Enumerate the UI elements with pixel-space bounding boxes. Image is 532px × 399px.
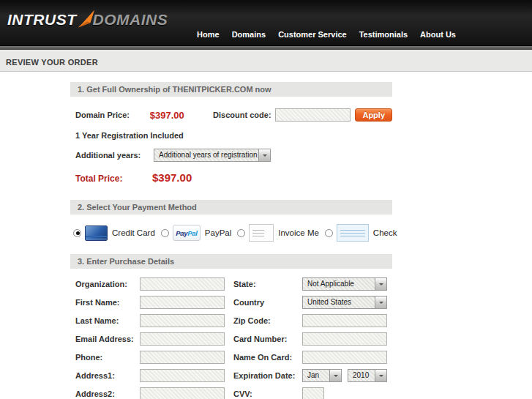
card-number-input[interactable]	[302, 332, 387, 346]
expiration-date-select-month[interactable]: Jan	[302, 369, 342, 382]
paypal-logo-pal: Pal	[187, 229, 197, 237]
nav-item-domains[interactable]: Domains	[232, 30, 266, 39]
field-label: State:	[233, 280, 256, 288]
payment-label-invoice-me: Invoice Me	[278, 228, 319, 237]
total-price-row: Total Price: $397.00	[75, 171, 392, 187]
field-label-last-name: Last Name:	[75, 313, 140, 328]
name-on-card-input[interactable]	[302, 351, 387, 364]
payment-option-check[interactable]: Check	[325, 224, 397, 242]
field-label-zip-code: Zip Code:	[233, 313, 302, 328]
country-select[interactable]: United States	[302, 296, 387, 309]
payment-option-credit-card[interactable]: Credit Card	[73, 225, 155, 241]
field-label-first-name: First Name:	[75, 295, 140, 310]
organization-input[interactable]	[140, 277, 225, 291]
section-payment-header: 2. Select Your Payment Method	[70, 200, 392, 215]
zip-code-input[interactable]	[302, 314, 387, 327]
field-label-country: Country	[233, 295, 302, 310]
paypal-icon: PayPal	[173, 225, 201, 241]
nav-item-about-us[interactable]: About Us	[420, 30, 456, 39]
field-label: Address1:	[75, 371, 115, 380]
field-label: Country	[233, 298, 264, 307]
payment-option-paypal[interactable]: PayPalPayPal	[161, 225, 231, 241]
payment-label-credit-card: Credit Card	[112, 228, 155, 237]
radio-check[interactable]	[325, 229, 333, 237]
field-label-cvv: CVV:	[233, 387, 302, 399]
domain-price-row: Domain Price: $397.00 Discount code: App…	[75, 108, 392, 122]
field-cell-zip-code	[302, 313, 387, 328]
first-name-input[interactable]	[140, 296, 225, 309]
phone-input[interactable]	[140, 351, 225, 364]
discount-code-input[interactable]	[275, 108, 351, 122]
payment-label-check: Check	[373, 228, 397, 237]
nav-item-home[interactable]: Home	[197, 30, 220, 39]
check-icon	[337, 224, 369, 242]
grid-gap	[225, 295, 233, 310]
page-title: REVIEW YOUR ORDER	[6, 58, 98, 67]
payment-option-invoice-me[interactable]: Invoice Me	[237, 224, 319, 242]
domain-price-label: Domain Price:	[75, 111, 150, 119]
field-label-name-on-card: Name On Card:	[233, 350, 302, 365]
additional-years-select[interactable]: Additional years of registration	[154, 149, 271, 162]
field-label: Address2:	[75, 389, 115, 398]
grid-gap	[225, 350, 233, 365]
field-label: Email Address:	[75, 335, 134, 343]
field-cell-expiration-date: Jan2010	[302, 368, 387, 383]
field-cell-email-address	[140, 332, 225, 346]
field-label: Card Number:	[233, 335, 287, 343]
nav-item-customer-service[interactable]: Customer Service	[278, 30, 347, 39]
field-label: Organization:	[75, 280, 127, 288]
address2-input[interactable]	[140, 387, 225, 399]
radio-paypal[interactable]	[161, 229, 169, 237]
field-cell-address1	[140, 368, 225, 383]
field-label: Name On Card:	[233, 353, 292, 362]
state-selected-value: Not Applicable	[307, 280, 354, 288]
apply-button[interactable]: Apply	[355, 108, 392, 122]
nav-item-testimonials[interactable]: Testimonials	[359, 30, 408, 39]
field-cell-state: Not Applicable	[302, 277, 387, 291]
grid-gap	[225, 313, 233, 328]
field-cell-last-name	[140, 313, 225, 328]
field-label: CVV:	[233, 389, 252, 398]
additional-years-label: Additional years:	[75, 151, 154, 160]
grid-gap	[225, 387, 233, 399]
field-label-organization: Organization:	[75, 277, 140, 291]
radio-invoice-me[interactable]	[237, 229, 245, 237]
field-cell-card-number	[302, 332, 387, 346]
registration-note: 1 Year Registration Included	[75, 131, 392, 140]
grid-gap	[225, 277, 233, 291]
field-label: Zip Code:	[233, 316, 271, 325]
logo-text-domains: DOMAINS	[93, 10, 168, 29]
field-label: Last Name:	[75, 316, 119, 325]
field-cell-first-name	[140, 295, 225, 310]
last-name-input[interactable]	[140, 314, 225, 327]
expiration-date-value-month: Jan	[307, 371, 319, 379]
email-address-input[interactable]	[140, 332, 225, 346]
invoice-icon	[249, 224, 274, 242]
grid-gap	[225, 368, 233, 383]
cvv-input[interactable]	[302, 387, 324, 399]
expiration-date-value-year: 2010	[353, 371, 369, 379]
additional-years-row: Additional years: Additional years of re…	[75, 149, 392, 162]
order-review-content: 1. Get Full Ownership of THENITPICKER.CO…	[0, 72, 392, 399]
field-label-address2: Address2:	[75, 387, 140, 399]
purchase-details-grid: Organization:State:Not ApplicableFirst N…	[75, 277, 392, 399]
header: INTRUST DOMAINS HomeDomainsCustomer Serv…	[0, 0, 532, 45]
state-select[interactable]: Not Applicable	[302, 277, 387, 291]
field-label-expiration-date: Expiration Date:	[233, 368, 302, 383]
page-title-band: REVIEW YOUR ORDER	[0, 50, 532, 72]
field-label: First Name:	[75, 298, 120, 307]
field-cell-address2	[140, 387, 225, 399]
field-cell-phone	[140, 350, 225, 365]
radio-credit-card[interactable]	[73, 229, 81, 237]
logo[interactable]: INTRUST DOMAINS	[7, 10, 168, 29]
domain-price-value: $397.00	[150, 110, 213, 121]
expiration-date-select-year[interactable]: 2010	[348, 369, 387, 382]
field-label: Expiration Date:	[233, 371, 295, 380]
grid-gap	[225, 332, 233, 346]
address1-input[interactable]	[140, 369, 225, 382]
field-cell-organization	[140, 277, 225, 291]
logo-text-intrust: INTRUST	[7, 10, 77, 29]
country-selected-value: United States	[307, 298, 351, 306]
section-ownership-header: 1. Get Full Ownership of THENITPICKER.CO…	[70, 82, 392, 97]
field-cell-cvv	[302, 387, 387, 399]
